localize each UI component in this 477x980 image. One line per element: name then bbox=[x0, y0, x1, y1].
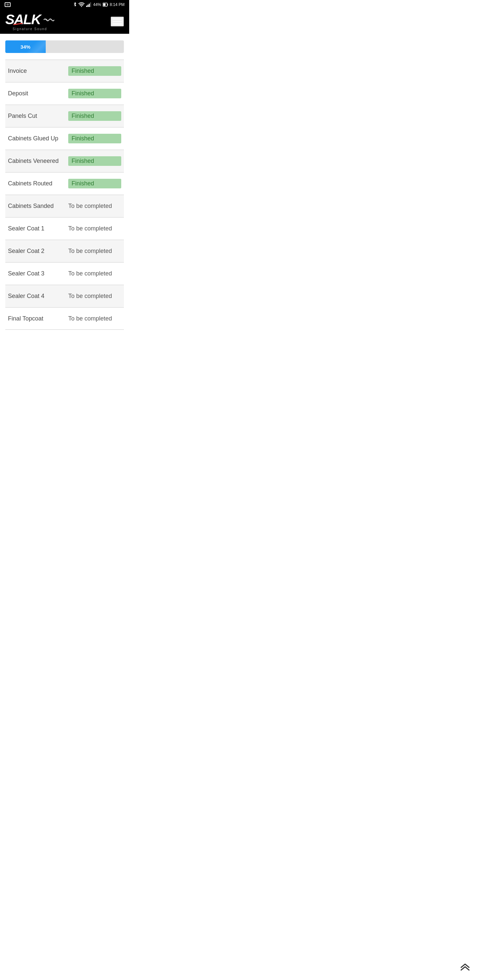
items-list: InvoiceFinishedDepositFinishedPanels Cut… bbox=[5, 60, 124, 330]
logo: SALK Signature Sound bbox=[5, 13, 54, 31]
sound-waves-icon bbox=[42, 13, 54, 27]
item-label: Cabinets Veneered bbox=[8, 158, 68, 165]
svg-rect-1 bbox=[88, 5, 88, 7]
svg-rect-0 bbox=[86, 6, 87, 7]
item-status: Finished bbox=[68, 134, 121, 143]
item-label: Cabinets Glued Up bbox=[8, 135, 68, 142]
progress-container: 34% bbox=[5, 40, 124, 53]
navbar: SALK Signature Sound bbox=[0, 9, 129, 34]
table-row: Cabinets SandedTo be completed bbox=[5, 195, 124, 217]
item-label: Sealer Coat 2 bbox=[8, 248, 68, 255]
item-status: To be completed bbox=[68, 248, 121, 255]
item-label: Panels Cut bbox=[8, 113, 68, 119]
menu-line-3 bbox=[113, 24, 122, 24]
item-status: To be completed bbox=[68, 293, 121, 300]
status-left bbox=[5, 2, 11, 7]
photo-icon bbox=[5, 2, 11, 7]
signal-icon bbox=[86, 2, 91, 7]
item-label: Cabinets Sanded bbox=[8, 203, 68, 210]
status-bar: 44% 8:14 PM bbox=[0, 0, 129, 9]
table-row: Cabinets RoutedFinished bbox=[5, 172, 124, 195]
item-status: Finished bbox=[68, 66, 121, 76]
svg-rect-2 bbox=[89, 4, 90, 7]
table-row: Panels CutFinished bbox=[5, 105, 124, 127]
item-status: Finished bbox=[68, 179, 121, 188]
menu-line-1 bbox=[113, 19, 122, 19]
item-status: Finished bbox=[68, 156, 121, 166]
table-row: Sealer Coat 3To be completed bbox=[5, 262, 124, 285]
svg-rect-5 bbox=[108, 4, 108, 6]
item-label: Cabinets Routed bbox=[8, 180, 68, 187]
table-row: InvoiceFinished bbox=[5, 60, 124, 82]
item-label: Sealer Coat 4 bbox=[8, 293, 68, 300]
svg-rect-6 bbox=[103, 4, 106, 6]
item-label: Sealer Coat 1 bbox=[8, 225, 68, 232]
item-status: To be completed bbox=[68, 225, 121, 232]
table-row: Sealer Coat 4To be completed bbox=[5, 285, 124, 307]
table-row: DepositFinished bbox=[5, 82, 124, 105]
status-right: 44% 8:14 PM bbox=[73, 2, 124, 7]
table-row: Final TopcoatTo be completed bbox=[5, 307, 124, 330]
bluetooth-icon bbox=[73, 2, 77, 7]
table-row: Sealer Coat 2To be completed bbox=[5, 240, 124, 262]
item-status: Finished bbox=[68, 111, 121, 121]
item-status: To be completed bbox=[68, 315, 121, 322]
table-row: Cabinets Glued UpFinished bbox=[5, 127, 124, 150]
svg-rect-3 bbox=[90, 2, 91, 7]
progress-label: 34% bbox=[21, 44, 30, 50]
item-label: Deposit bbox=[8, 90, 68, 97]
progress-bar-wrapper: 34% bbox=[5, 40, 124, 53]
item-label: Final Topcoat bbox=[8, 315, 68, 322]
battery-icon bbox=[103, 3, 108, 6]
wifi-icon bbox=[78, 2, 85, 7]
menu-line-2 bbox=[113, 21, 122, 22]
menu-button[interactable] bbox=[111, 17, 124, 27]
table-row: Cabinets VeneeredFinished bbox=[5, 150, 124, 172]
logo-subtitle: Signature Sound bbox=[5, 27, 54, 31]
main-content: 34% InvoiceFinishedDepositFinishedPanels… bbox=[0, 34, 129, 343]
item-status: Finished bbox=[68, 89, 121, 98]
time-display: 8:14 PM bbox=[110, 2, 124, 7]
item-status: To be completed bbox=[68, 203, 121, 210]
item-label: Invoice bbox=[8, 68, 68, 75]
battery-percent: 44% bbox=[93, 2, 101, 7]
item-label: Sealer Coat 3 bbox=[8, 270, 68, 277]
progress-bar-fill: 34% bbox=[5, 40, 46, 53]
table-row: Sealer Coat 1To be completed bbox=[5, 217, 124, 240]
item-status: To be completed bbox=[68, 270, 121, 277]
